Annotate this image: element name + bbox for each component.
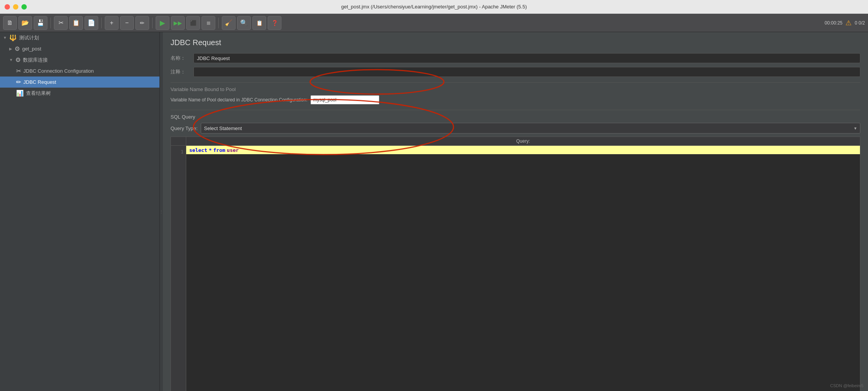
db-icon: ⚙ [15,56,21,64]
elapsed-time: 00:00:25 [825,20,843,26]
start-button[interactable]: ▶ [156,16,169,30]
get-post-icon: ⚙ [15,45,20,52]
window-title: get_post.jmx (/Users/chensiyue/Learning/… [341,4,527,10]
stop-button[interactable]: ⬛ [186,16,200,30]
code-line-1[interactable]: select * from user [186,146,860,154]
name-row: 名称： [171,53,860,63]
log-button[interactable]: 📋 [252,16,266,30]
line-numbers: 1 [171,146,186,261]
toolbar-status: 00:00:25 ⚠ 0 0/2 [825,19,865,27]
edit-button[interactable]: ✏ [135,16,149,30]
code-area[interactable]: select * from user [186,146,860,261]
jdbc-request-label: JDBC Request [23,79,56,85]
minimize-button[interactable] [13,4,18,10]
paste-button[interactable]: 📄 [85,16,98,30]
toolbar-sep-3 [152,18,153,28]
sql-section-label: SQL Query [171,110,860,120]
query-type-wrapper[interactable]: Select Statement Update Statement Callab… [201,123,860,134]
toolbar: 🗎 📂 💾 ✂ 📋 📄 + − ✏ ▶ ▶▶ ⬛ ⏹ 🧹 🔍 📋 ❓ 00:00… [0,14,868,32]
window-controls[interactable] [5,4,27,10]
db-connection-label: 数据库连接 [23,57,48,64]
pool-input[interactable] [310,95,379,104]
editor-header-left [171,137,186,146]
editor-header-row: Query: [171,137,860,146]
table-name: user [227,147,239,153]
sidebar-item-test-plan[interactable]: ▼ 🔱 测试计划 [0,32,159,43]
resize-handle[interactable]: ⋮ [160,32,163,391]
add-button[interactable]: + [105,16,119,30]
code-editor: 1 select * from user [171,146,860,261]
error-counter: 0 0/2 [855,20,865,26]
query-type-row: Query Type: Select Statement Update Stat… [171,123,860,134]
content-wrapper: JDBC Request 名称： 注释： Variable Name Bound… [163,32,868,391]
sidebar-item-jdbc-config[interactable]: ✂ JDBC Connection Configuration [0,65,159,77]
new-button[interactable]: 🗎 [3,16,17,30]
arrow-icon: ▼ [3,36,7,40]
keyword-from: from [213,147,225,153]
get-post-label: get_post [22,46,41,52]
name-label: 名称： [171,55,193,62]
comment-label: 注释： [171,68,193,75]
line-numbers-empty [171,261,186,391]
name-input[interactable] [193,53,860,63]
jdbc-request-icon: ✏ [16,78,21,86]
content-panel: JDBC Request 名称： 注释： Variable Name Bound… [163,32,868,391]
arrow-icon: ▶ [9,47,12,51]
sidebar-item-get-post[interactable]: ▶ ⚙ get_post [0,43,159,54]
stop-now-button[interactable]: ⏹ [202,16,215,30]
view-results-label: 查看结果树 [26,90,51,97]
panel-title: JDBC Request [171,38,860,47]
test-plan-label: 测试计划 [19,34,39,41]
sidebar-item-db-connection[interactable]: ▼ ⚙ 数据库连接 [0,54,159,65]
keyword-select: select [189,147,207,153]
test-plan-icon: 🔱 [9,34,17,41]
start-no-pause-button[interactable]: ▶▶ [171,16,185,30]
query-column-label: Query: [186,137,860,146]
watermark: CSDN @feibeim5 [830,383,863,388]
search-button[interactable]: 🔍 [237,16,251,30]
sidebar: ▼ 🔱 测试计划 ▶ ⚙ get_post ▼ ⚙ 数据库连接 ✂ JDBC C… [0,32,160,391]
pool-row: Variable Name of Pool declared in JDBC C… [171,95,860,104]
toolbar-sep-4 [218,18,219,28]
open-button[interactable]: 📂 [18,16,32,30]
code-area-empty[interactable] [186,261,860,391]
jdbc-config-icon: ✂ [16,67,21,75]
main-layout: ▼ 🔱 测试计划 ▶ ⚙ get_post ▼ ⚙ 数据库连接 ✂ JDBC C… [0,32,868,391]
results-icon: 📊 [16,90,24,97]
editor-container: Query: 1 select * from user [171,137,860,391]
editor-empty-space [171,261,860,391]
copy-button[interactable]: 📋 [69,16,83,30]
variable-bound-section-label: Variable Name Bound to Pool [171,82,860,92]
query-type-label: Query Type: [171,125,198,131]
comment-row: 注释： [171,67,860,77]
cut-button[interactable]: ✂ [54,16,68,30]
warning-icon: ⚠ [845,19,852,27]
close-button[interactable] [5,4,10,10]
titlebar: get_post.jmx (/Users/chensiyue/Learning/… [0,0,868,14]
arrow-icon: ▼ [9,58,13,62]
comment-input[interactable] [193,67,860,77]
toolbar-sep-1 [50,18,51,28]
clear-button[interactable]: 🧹 [222,16,236,30]
help-button[interactable]: ❓ [268,16,281,30]
sidebar-item-view-results[interactable]: 📊 查看结果树 [0,88,159,99]
query-type-select[interactable]: Select Statement Update Statement Callab… [201,123,860,134]
keyword-star: * [209,147,212,153]
pool-field-label: Variable Name of Pool declared in JDBC C… [171,97,307,103]
line-number-1: 1 [171,147,184,156]
toolbar-sep-2 [101,18,102,28]
remove-button[interactable]: − [120,16,134,30]
sidebar-item-jdbc-request[interactable]: ✏ JDBC Request [0,77,159,88]
maximize-button[interactable] [21,4,27,10]
save-button[interactable]: 💾 [34,16,47,30]
jdbc-config-label: JDBC Connection Configuration [23,68,94,74]
